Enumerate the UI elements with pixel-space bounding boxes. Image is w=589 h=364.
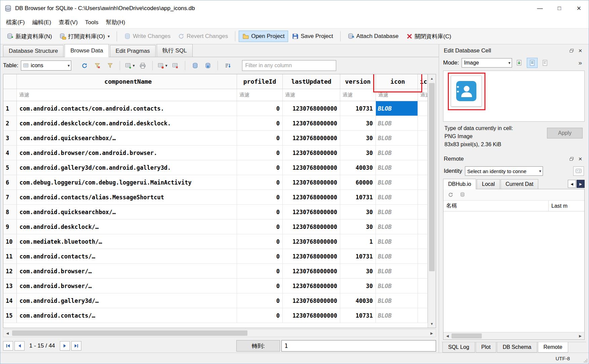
cell-version[interactable]: 1 [340,234,376,249]
table-row[interactable]: 15 com.android.contacts/… 0 123076800000… [3,308,428,323]
identity-select[interactable]: Select an identity to conne ▾ [465,166,543,176]
cell-lastUpdated[interactable]: 1230768000000 [283,279,340,293]
cell-icon[interactable]: BLOB [376,131,418,145]
remote-tabs-scroll-left-button[interactable]: ◀ [568,180,576,188]
table-row[interactable]: 7 com.android.contacts/alias.MessageShor… [3,190,428,205]
apply-button[interactable]: Apply [547,128,583,138]
menu-edit[interactable]: 編輯(E) [29,16,55,28]
row-number[interactable]: 14 [3,293,17,308]
export-results-button[interactable] [202,60,213,71]
cell-partial[interactable] [418,219,428,234]
menu-help[interactable]: 幫助(H) [102,16,129,28]
row-number[interactable]: 7 [3,190,17,204]
row-number[interactable]: 8 [3,205,17,219]
remote-tab-current-database[interactable]: Current Dat [501,179,539,189]
row-number[interactable]: 5 [3,160,17,175]
more-tools-icon[interactable]: » [576,59,585,67]
cell-version[interactable]: 30 [340,131,376,145]
row-number[interactable]: 4 [3,146,17,160]
table-row[interactable]: 12 com.android.browser/… 0 1230768000000… [3,264,428,279]
table-row[interactable]: 6 com.debug.loggerui/com.debug.loggerui.… [3,175,428,190]
filter-componentName[interactable]: 過濾 [17,89,237,101]
resize-grip[interactable] [583,358,588,363]
cell-icon[interactable]: BLOB [376,234,418,249]
cell-profileId[interactable]: 0 [237,219,283,234]
refresh-button[interactable] [79,60,90,71]
column-header-icon[interactable]: icon [376,74,418,89]
row-number[interactable]: 10 [3,234,17,249]
cell-lastUpdated[interactable]: 1230768000000 [283,249,340,264]
cell-icon[interactable]: BLOB [376,308,418,323]
cell-componentName[interactable]: com.android.deskclock/… [17,219,237,234]
cell-profileId[interactable]: 0 [237,264,283,278]
clear-filters-button[interactable] [91,60,103,71]
cell-partial[interactable] [418,308,428,323]
save-results-button[interactable] [189,60,201,71]
cell-profileId[interactable]: 0 [237,146,283,160]
goto-button[interactable]: 轉到: [236,340,280,352]
table-row[interactable]: 14 com.android.gallery3d/… 0 12307680000… [3,293,428,308]
import-certificate-button[interactable] [573,166,584,176]
dock-tab-remote[interactable]: Remote [538,342,568,353]
cell-lastUpdated[interactable]: 1230768000000 [283,101,340,116]
encoding-indicator[interactable]: UTF-8 [556,356,570,361]
cell-componentName[interactable]: com.debug.loggerui/com.debug.loggerui.Ma… [17,175,237,190]
row-number[interactable]: 6 [3,175,17,190]
cell-version[interactable]: 10731 [340,249,376,264]
table-row[interactable]: 9 com.android.deskclock/… 0 123076800000… [3,219,428,234]
cell-icon[interactable]: BLOB [376,146,418,160]
table-row[interactable]: 3 com.android.quicksearchbox/… 0 1230768… [3,131,428,146]
open-database-button[interactable]: 打開資料庫(O) ▾ [56,30,114,43]
mode-select[interactable]: Image ▾ [462,58,512,68]
cell-lastUpdated[interactable]: 1230768000000 [283,146,340,160]
row-number[interactable]: 13 [3,279,17,293]
cell-version[interactable]: 30 [340,205,376,219]
cell-partial[interactable] [418,190,428,204]
cell-lastUpdated[interactable]: 1230768000000 [283,160,340,175]
scroll-left-icon[interactable]: ◀ [3,329,11,337]
filter-profileId[interactable]: 過濾 [237,89,283,101]
grid-vertical-scrollbar[interactable]: ▲ ▼ [428,74,436,328]
cell-partial[interactable] [418,234,428,249]
row-number[interactable]: 2 [3,116,17,130]
new-database-button[interactable]: 新建資料庫(N) [3,30,56,43]
table-select[interactable]: icons ▾ [21,60,71,71]
menu-tools[interactable]: Tools [81,17,102,28]
remote-tab-dbhub[interactable]: DBHub.io [443,179,476,189]
dock-tab-db-schema[interactable]: DB Schema [497,342,537,353]
column-header-profileId[interactable]: profileId [237,74,283,89]
cell-lastUpdated[interactable]: 1230768000000 [283,190,340,204]
cell-partial[interactable] [418,175,428,190]
remote-refresh-button[interactable] [446,191,455,199]
tab-execute-sql[interactable]: 執行 SQL [157,44,193,57]
tab-database-structure[interactable]: Database Structure [3,45,64,57]
cell-partial[interactable] [418,160,428,175]
cell-profileId[interactable]: 0 [237,308,283,323]
table-row[interactable]: 10 com.mediatek.bluetooth/… 0 1230768000… [3,234,428,249]
menu-view[interactable]: 查看(V) [55,16,81,28]
cell-componentName[interactable]: com.mediatek.bluetooth/… [17,234,237,249]
scroll-right-icon[interactable]: ▶ [428,329,436,337]
cell-lastUpdated[interactable]: 1230768000000 [283,116,340,130]
cell-icon[interactable]: BLOB [376,219,418,234]
remote-float-button[interactable] [567,155,576,163]
tab-browse-data[interactable]: Browse Data [65,44,109,57]
filter-lastUpdated[interactable]: 過濾 [283,89,340,101]
scroll-up-icon[interactable]: ▲ [428,74,436,82]
edit-cell-float-button[interactable] [567,47,576,55]
cell-componentName[interactable]: com.android.contacts/… [17,308,237,323]
scroll-right-icon[interactable]: ▶ [576,332,584,339]
cell-version[interactable]: 30 [340,146,376,160]
filter-icon[interactable]: 過濾 [376,89,418,101]
cell-partial[interactable] [418,279,428,293]
last-record-button[interactable] [71,341,81,351]
cell-componentName[interactable]: com.android.browser/com.android.browser. [17,146,237,160]
cell-componentName[interactable]: com.android.gallery3d/com.android.galler… [17,160,237,175]
row-number[interactable]: 1 [3,101,17,116]
row-number[interactable]: 9 [3,219,17,234]
import-data-button[interactable] [514,58,525,68]
table-row[interactable]: 11 com.android.contacts/… 0 123076800000… [3,249,428,264]
cell-componentName[interactable]: com.android.browser/… [17,279,237,293]
cell-profileId[interactable]: 0 [237,131,283,145]
cell-icon[interactable]: BLOB [376,101,418,116]
